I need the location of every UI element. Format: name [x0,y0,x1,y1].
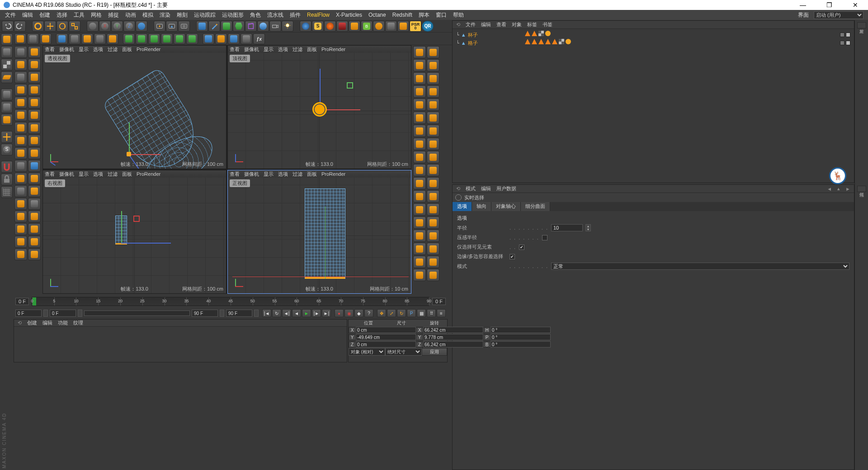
attr-pressure-check[interactable] [542,235,547,240]
vp-menu-options[interactable]: 选项 [93,46,103,53]
menu-mesh[interactable]: 网格 [88,11,105,19]
coord-rot-b[interactable] [491,341,551,348]
toolbar2-btn-10[interactable] [136,33,147,44]
meshtool-28[interactable] [413,230,426,242]
vpt-filt[interactable]: 过滤 [292,46,302,53]
coord-pos-y[interactable] [356,334,416,340]
ltool-29[interactable] [28,223,41,235]
polygon-mode-button[interactable] [1,114,13,126]
close-button[interactable]: ✕ [846,1,864,9]
tl-k-list[interactable]: ≡ [437,309,446,317]
plugin-octane-icon[interactable] [324,21,336,32]
minimize-button[interactable]: — [794,1,812,9]
vpf-disp[interactable]: 显示 [264,171,274,178]
coord-rot-h[interactable] [491,327,551,333]
axis-mode-button[interactable] [1,131,13,143]
toolbar2-btn-12[interactable] [161,33,173,44]
meshtool-9[interactable] [427,99,439,111]
am-nav-back[interactable]: ◄ [827,186,832,192]
meshtool-0[interactable] [413,46,426,58]
meshtool-6[interactable] [413,85,426,98]
viewport-top[interactable]: 查看摄像机显示选项过滤面板ProRender 顶视图 帧速：133.0 网格间距… [227,45,411,169]
workplane-button[interactable] [1,71,13,83]
ltool-12[interactable] [14,122,27,134]
meshtool-14[interactable] [413,138,426,150]
tl-start-spin[interactable] [43,310,48,317]
om-object[interactable]: 对象 [512,21,522,28]
am-userdata[interactable]: 用户数据 [496,185,516,192]
am-mode[interactable]: 模式 [466,185,476,192]
timeline-ruler[interactable]: 0 F 051015202530354045505560657075808590… [14,296,448,307]
ltool-31[interactable] [28,236,41,248]
am-nav-up[interactable]: ▴ [837,186,840,192]
vpr-disp[interactable]: 显示 [79,171,89,178]
toolbar2-btn-1[interactable] [14,33,26,44]
meshtool-16[interactable] [413,151,426,163]
vp-menu-camera[interactable]: 摄像机 [59,46,74,53]
tl-end-spin[interactable] [220,310,224,317]
object-cup-tags[interactable] [525,31,551,36]
meshtool-1[interactable] [427,46,439,58]
ltool-33[interactable] [28,249,41,260]
toolbar2-btn-3[interactable] [40,33,52,44]
tl-record[interactable]: ● [335,309,344,317]
toolbar2-btn-4[interactable] [56,33,68,44]
ltool-23[interactable] [28,185,41,197]
vp-menu-filter[interactable]: 过滤 [108,46,118,53]
attr-tab-sds[interactable]: 细分曲面 [521,202,550,211]
vpf-view[interactable]: 查看 [230,171,240,178]
redo-button[interactable] [14,21,26,32]
toolbar2-btn-9[interactable] [123,33,135,44]
attr-radius-input[interactable] [551,224,583,231]
tl-total-spin[interactable] [254,310,259,317]
cube-primitive-button[interactable] [196,21,208,32]
coord-rot-p[interactable] [491,334,551,340]
menu-file[interactable]: 文件 [2,11,19,19]
viewport-solo-icon[interactable]: S [1,144,13,155]
ltool-21[interactable] [28,173,41,184]
tl-k-pla[interactable]: ▦ [417,309,426,317]
toolbar2-btn-17[interactable] [228,33,240,44]
attr-radius-spinner[interactable]: ▲▼ [585,224,591,231]
nurbs-button[interactable] [221,21,232,32]
tl-k-pos[interactable]: ✥ [377,309,386,317]
tl-k-scale[interactable]: ⤢ [387,309,396,317]
tl-play-rev[interactable]: ◄ [292,309,301,317]
tl-loop[interactable]: ↻ [272,309,281,317]
ltool-15[interactable] [28,135,41,146]
vpr-cam[interactable]: 摄像机 [59,171,74,178]
menu-redshift[interactable]: Redshift [389,12,415,18]
object-row-cup[interactable]: └ ▲ 杯子 [456,31,850,39]
toolbar2-btn-13[interactable] [174,33,185,44]
coord-pos-z[interactable] [356,341,416,348]
viewport-perspective[interactable]: 查看 摄像机 显示 选项 过滤 面板 ProRender 透视视图 帧速：133… [42,45,226,169]
ltool-32[interactable] [14,249,27,260]
menu-animate[interactable]: 动画 [122,11,139,19]
texture-mode-button[interactable] [1,59,13,70]
plugin-4-icon[interactable] [349,21,360,32]
ltool-2[interactable] [14,59,27,70]
tl-keyopt[interactable]: ◆ [354,309,363,317]
coord-size-y[interactable] [423,334,483,340]
axis-x-button[interactable]: X [99,21,111,32]
light-button[interactable] [282,21,293,32]
vp-menu-view[interactable]: 查看 [45,46,55,53]
tl-play[interactable]: ► [302,309,311,317]
attr-tab-axis[interactable]: 轴向 [472,202,491,211]
coord-sys-button[interactable] [136,21,147,32]
live-select-button[interactable] [32,21,44,32]
edge-mode-button[interactable] [1,101,13,113]
menu-simulate[interactable]: 模拟 [139,11,156,19]
menu-script[interactable]: 脚本 [415,11,433,19]
ltool-9[interactable] [28,97,41,108]
axis-y-button[interactable]: Y [111,21,123,32]
meshtool-4[interactable] [413,72,426,85]
menu-snap[interactable]: 捕捉 [105,11,122,19]
meshtool-12[interactable] [413,125,426,137]
menu-octane[interactable]: Octane [365,12,389,18]
meshtool-26[interactable] [413,216,426,229]
ltool-24[interactable] [14,198,27,210]
viewport-right[interactable]: 查看摄像机显示选项过滤面板ProRender 右视图 帧速：133.0 网格间距… [42,170,226,294]
om-view[interactable]: 查看 [496,21,506,28]
meshtool-24[interactable] [413,203,426,216]
